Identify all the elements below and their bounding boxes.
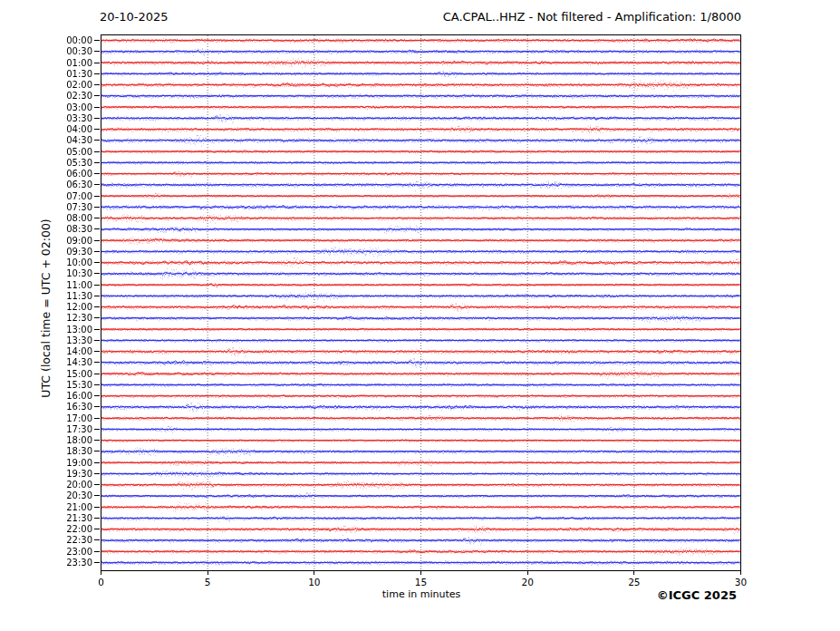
- y-axis-label: 05:00: [53, 147, 92, 157]
- y-axis-label: 14:30: [53, 357, 92, 367]
- y-tick: [94, 507, 100, 508]
- y-axis-label: 01:30: [53, 69, 92, 79]
- y-axis-label: 22:00: [53, 524, 92, 534]
- y-axis-label: 02:30: [53, 91, 92, 101]
- x-axis-label: 10: [301, 577, 328, 587]
- y-tick: [94, 362, 100, 363]
- copyright-credit: ©ICGC 2025: [657, 588, 737, 602]
- y-tick: [94, 462, 100, 463]
- x-axis-label: 5: [194, 577, 221, 587]
- y-tick: [94, 73, 100, 74]
- y-axis-title: UTC (local time = UTC + 02:00): [39, 218, 53, 398]
- y-tick: [94, 306, 100, 307]
- y-axis-label: 06:00: [53, 169, 92, 179]
- y-axis-label: 22:30: [53, 535, 92, 545]
- y-axis-label: 21:00: [53, 502, 92, 512]
- x-tick: [740, 571, 741, 575]
- y-tick: [94, 95, 100, 96]
- y-axis-label: 12:00: [53, 302, 92, 312]
- y-axis-label: 13:00: [53, 325, 92, 335]
- y-tick: [94, 296, 100, 296]
- y-tick: [94, 84, 100, 85]
- y-axis-label: 02:00: [53, 80, 92, 90]
- y-axis-label: 15:00: [53, 369, 92, 379]
- y-axis-label: 09:00: [53, 236, 92, 246]
- y-axis-label: 10:00: [53, 257, 92, 267]
- y-axis-label: 23:00: [53, 547, 92, 557]
- y-axis-label: 01:00: [53, 58, 92, 68]
- y-axis-label: 06:30: [53, 180, 92, 189]
- y-axis-label: 15:30: [53, 380, 92, 390]
- y-axis-label: 11:00: [53, 280, 92, 290]
- y-tick: [94, 262, 100, 263]
- y-axis-label: 07:30: [53, 202, 92, 212]
- y-axis-label: 23:30: [53, 558, 92, 568]
- y-tick: [94, 340, 100, 341]
- y-axis-label: 07:00: [53, 191, 92, 201]
- y-tick: [94, 406, 100, 407]
- y-tick: [94, 51, 100, 52]
- y-axis-label: 18:00: [53, 435, 92, 445]
- y-tick: [94, 518, 100, 519]
- y-tick: [94, 40, 100, 41]
- y-axis-label: 03:00: [53, 102, 92, 112]
- y-axis-label: 09:30: [53, 247, 92, 257]
- y-tick: [94, 351, 100, 352]
- y-axis-label: 12:30: [53, 313, 92, 323]
- plot-date: 20-10-2025: [100, 10, 169, 24]
- y-tick: [94, 484, 100, 485]
- y-axis-label: 13:30: [53, 335, 92, 345]
- y-axis-label: 16:00: [53, 391, 92, 401]
- y-tick: [94, 418, 100, 419]
- y-tick: [94, 184, 100, 185]
- y-axis-label: 08:30: [53, 224, 92, 234]
- y-tick: [94, 240, 100, 241]
- y-tick: [94, 384, 100, 385]
- y-tick: [94, 529, 100, 529]
- y-axis-label: 04:00: [53, 124, 92, 134]
- x-axis-label: 30: [728, 577, 755, 587]
- y-tick: [94, 451, 100, 451]
- y-tick: [94, 118, 100, 119]
- y-tick: [94, 63, 100, 63]
- y-axis-label: 03:30: [53, 113, 92, 123]
- y-tick: [94, 207, 100, 208]
- plot-title: CA.CPAL..HHZ - Not filtered - Amplificat…: [443, 10, 741, 24]
- y-axis-label: 19:30: [53, 469, 92, 479]
- y-axis-label: 14:00: [53, 346, 92, 356]
- x-tick: [101, 571, 101, 575]
- y-tick: [94, 173, 100, 174]
- y-tick: [94, 429, 100, 430]
- x-axis-title: time in minutes: [366, 588, 477, 600]
- y-axis-label: 08:00: [53, 213, 92, 223]
- y-axis-label: 17:00: [53, 413, 92, 423]
- y-tick: [94, 395, 100, 396]
- x-axis-label: 20: [514, 577, 541, 587]
- y-tick: [94, 151, 100, 152]
- y-tick: [94, 551, 100, 552]
- y-axis-label: 00:00: [53, 35, 92, 45]
- trace-canvas: [101, 34, 741, 571]
- helicorder-page: 20-10-2025 CA.CPAL..HHZ - Not filtered -…: [0, 0, 840, 631]
- y-tick: [94, 495, 100, 496]
- x-tick: [314, 571, 314, 575]
- x-tick: [420, 571, 421, 575]
- y-axis-label: 20:00: [53, 480, 92, 490]
- x-axis-label: 0: [88, 577, 115, 587]
- y-axis-label: 21:30: [53, 513, 92, 523]
- x-tick: [208, 571, 208, 575]
- y-tick: [94, 562, 100, 563]
- y-tick: [94, 251, 100, 252]
- y-tick: [94, 107, 100, 108]
- y-axis-label: 10:30: [53, 268, 92, 278]
- x-tick: [633, 571, 634, 575]
- y-tick: [94, 196, 100, 197]
- y-axis-label: 17:30: [53, 424, 92, 434]
- y-tick: [94, 374, 100, 374]
- y-axis-label: 05:30: [53, 158, 92, 168]
- x-axis-label: 15: [408, 577, 435, 587]
- y-tick: [94, 162, 100, 163]
- y-tick: [94, 228, 100, 229]
- y-tick: [94, 273, 100, 274]
- y-axis-label: 16:30: [53, 402, 92, 412]
